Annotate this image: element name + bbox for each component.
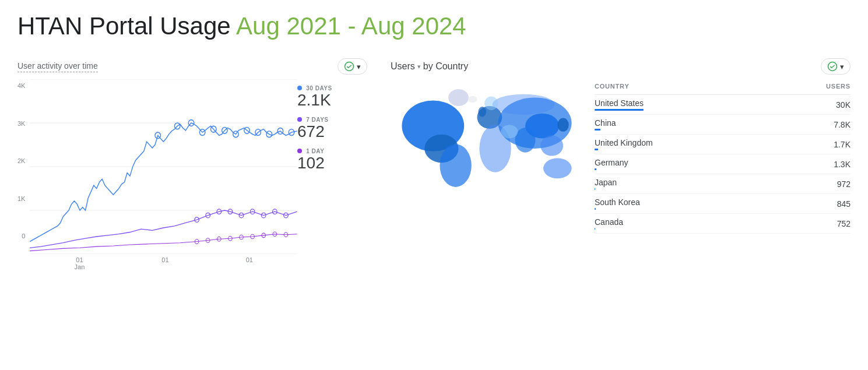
- y-label-1k: 1K: [17, 195, 25, 202]
- country-table: COUNTRY USERS United States 30K China 7.…: [595, 80, 851, 234]
- country-bar-2: [595, 149, 598, 150]
- activity-filter-arrow: ▾: [357, 62, 361, 71]
- svg-point-53: [468, 96, 477, 103]
- country-name-3: Germany: [595, 158, 628, 167]
- title-date-range: Aug 2021 - Aug 2024: [236, 12, 466, 40]
- country-users-1: 7.8K: [834, 120, 851, 129]
- world-map: [391, 80, 583, 196]
- country-filter-arrow: ▾: [840, 62, 844, 71]
- table-row: South Korea 845: [595, 194, 851, 214]
- country-bar-5: [595, 208, 596, 210]
- legend-7days-value: 672: [297, 123, 367, 141]
- country-name-6: Canada: [595, 217, 623, 227]
- legend-30days-value: 2.1K: [297, 91, 367, 110]
- country-cell-0: United States: [595, 98, 644, 111]
- country-users-6: 752: [837, 219, 851, 228]
- country-cell-2: United Kingdom: [595, 138, 653, 150]
- country-bar-0: [595, 109, 644, 111]
- country-users-5: 845: [837, 199, 851, 209]
- table-row: Germany 1.3K: [595, 154, 851, 174]
- country-name-5: South Korea: [595, 198, 640, 207]
- svg-point-48: [543, 158, 572, 179]
- page-title: HTAN Portal Usage Aug 2021 - Aug 2024: [17, 12, 851, 41]
- country-header: Users ▾ by Country ▾: [391, 58, 851, 75]
- x-label-jan: 01Jan: [75, 256, 85, 270]
- country-title-suffix: by Country: [423, 61, 468, 72]
- chart-y-labels: 4K 3K 2K 1K 0: [17, 79, 30, 242]
- country-cell-3: Germany: [595, 158, 628, 170]
- line-chart-svg: [30, 79, 297, 254]
- table-row: Japan 972: [595, 174, 851, 194]
- dropdown-arrow-icon: ▾: [417, 63, 421, 71]
- chart-x-labels: 01Jan 01 01: [30, 256, 297, 270]
- line-chart-container: 01Jan 01 01: [30, 79, 297, 266]
- x-label-end: 01: [246, 256, 253, 270]
- header-users: USERS: [826, 83, 851, 90]
- country-panel: Users ▾ by Country ▾: [379, 58, 851, 234]
- world-map-svg: [391, 80, 583, 194]
- x-label-mid: 01: [161, 256, 168, 270]
- country-users-3: 1.3K: [834, 160, 851, 169]
- country-rows-container: United States 30K China 7.8K United King…: [595, 95, 851, 234]
- activity-panel: User activity over time ▾ 4K 3K 2K 1K 0: [17, 58, 379, 266]
- country-users-4: 972: [837, 179, 851, 189]
- table-header: COUNTRY USERS: [595, 80, 851, 95]
- legend-30days: 30 DAYS 2.1K: [297, 85, 367, 110]
- country-bar-1: [595, 129, 600, 131]
- check-circle-icon: [344, 61, 354, 72]
- country-cell-6: Canada: [595, 217, 623, 230]
- table-row: United Kingdom 1.7K: [595, 135, 851, 154]
- table-row: Canada 752: [595, 214, 851, 234]
- country-filter-button[interactable]: ▾: [821, 58, 851, 75]
- country-name-0: United States: [595, 98, 644, 108]
- y-label-2k: 2K: [17, 157, 25, 164]
- country-name-2: United Kingdom: [595, 138, 653, 147]
- country-cell-5: South Korea: [595, 198, 640, 210]
- country-panel-title: Users ▾ by Country: [391, 61, 468, 72]
- svg-point-40: [440, 145, 471, 188]
- legend-1day-dot: [297, 149, 302, 153]
- country-users-2: 1.7K: [834, 140, 851, 149]
- svg-point-42: [478, 107, 486, 117]
- svg-point-47: [540, 136, 563, 156]
- country-name-4: Japan: [595, 178, 617, 187]
- chart-legend: 30 DAYS 2.1K 7 DAYS 672 1 DAY: [297, 79, 367, 172]
- activity-panel-title: User activity over time: [17, 61, 98, 72]
- svg-point-46: [557, 118, 568, 132]
- legend-30days-dot: [297, 86, 302, 90]
- legend-1day-value: 102: [297, 154, 367, 172]
- map-and-table: COUNTRY USERS United States 30K China 7.…: [391, 80, 851, 234]
- svg-point-49: [515, 128, 536, 153]
- country-cell-4: Japan: [595, 178, 617, 190]
- legend-1day: 1 DAY 102: [297, 148, 367, 172]
- country-bar-6: [595, 228, 595, 230]
- check-circle-icon-2: [827, 61, 838, 72]
- header-country: COUNTRY: [595, 83, 630, 90]
- legend-7days: 7 DAYS 672: [297, 117, 367, 141]
- svg-point-50: [501, 125, 518, 139]
- country-bar-3: [595, 168, 596, 170]
- y-label-0: 0: [17, 232, 25, 239]
- svg-point-52: [484, 97, 498, 110]
- main-content: User activity over time ▾ 4K 3K 2K 1K 0: [17, 58, 851, 266]
- svg-point-51: [493, 94, 555, 115]
- title-static: HTAN Portal Usage: [17, 12, 236, 40]
- country-name-1: China: [595, 118, 616, 128]
- table-row: United States 30K: [595, 95, 851, 115]
- activity-panel-header: User activity over time ▾: [17, 58, 367, 75]
- country-title-users: Users: [391, 61, 415, 72]
- country-users-0: 30K: [836, 100, 851, 110]
- chart-area: 4K 3K 2K 1K 0: [17, 79, 367, 266]
- svg-point-39: [448, 89, 469, 106]
- y-label-4k: 4K: [17, 82, 25, 89]
- country-cell-1: China: [595, 118, 616, 131]
- y-label-3k: 3K: [17, 120, 25, 127]
- table-row: China 7.8K: [595, 115, 851, 135]
- country-bar-4: [595, 188, 595, 190]
- legend-7days-dot: [297, 117, 302, 122]
- activity-filter-button[interactable]: ▾: [338, 58, 367, 75]
